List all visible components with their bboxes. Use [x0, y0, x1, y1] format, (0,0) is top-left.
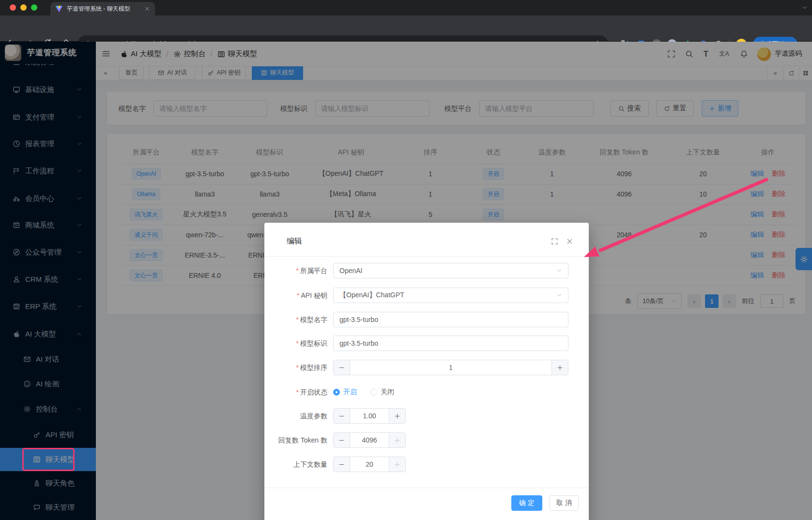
stepper-value[interactable]: 1.00	[350, 409, 389, 423]
required-asterisk: *	[296, 364, 299, 371]
browser-tab-strip: 芋道管理系统 - 聊天模型	[0, 0, 812, 15]
browser-tab[interactable]: 芋道管理系统 - 聊天模型	[50, 2, 155, 15]
minus-icon	[338, 437, 345, 444]
field-label: *模型标识	[264, 336, 333, 351]
cancel-button[interactable]: 取 消	[550, 495, 579, 511]
temperature-stepper: 1.00	[333, 408, 406, 424]
field-label: *开启状态	[264, 384, 333, 400]
radio-开启[interactable]: 开启	[333, 388, 357, 397]
browser-toolbar: 127.0.0.1/ai/console/chat-model 8 完成更新	[0, 15, 812, 42]
minus-icon	[338, 461, 345, 468]
increase-button[interactable]	[389, 409, 405, 423]
stepper-value[interactable]: 4096	[350, 433, 389, 447]
dialog-field-max-tokens: 回复数 Token 数4096	[264, 432, 579, 448]
window-menu-chevron-icon[interactable]	[802, 5, 808, 11]
dialog-fullscreen-icon[interactable]	[551, 238, 558, 245]
name-input[interactable]: gpt-3.5-turbo	[333, 312, 568, 327]
dialog-close-icon[interactable]	[566, 238, 573, 245]
field-label: *API 秘钥	[264, 288, 333, 303]
model-input[interactable]: gpt-3.5-turbo	[333, 336, 568, 351]
tab-title: 芋道管理系统 - 聊天模型	[67, 5, 140, 13]
dialog-footer-divider	[264, 488, 589, 488]
required-asterisk: *	[296, 316, 299, 323]
minus-icon	[338, 413, 345, 419]
field-label: *模型排序	[264, 360, 333, 375]
increase-button[interactable]	[389, 433, 405, 447]
increase-button[interactable]	[389, 457, 405, 472]
plus-icon	[394, 437, 400, 444]
plus-icon	[394, 413, 400, 419]
dialog-title: 编辑	[287, 236, 302, 246]
edit-dialog: 编辑 *所属平台OpenAI*API 秘钥【OpenAI】ChatGPT*模型名…	[264, 223, 589, 520]
decrease-button[interactable]	[334, 433, 350, 447]
field-value: OpenAI	[339, 267, 362, 275]
decrease-button[interactable]	[334, 457, 350, 472]
plus-icon	[394, 461, 400, 468]
stepper-value[interactable]: 20	[350, 457, 389, 472]
dialog-field-platform: *所属平台OpenAI	[264, 263, 579, 278]
platform-select[interactable]: OpenAI	[333, 263, 568, 278]
stepper-value[interactable]: 1	[350, 360, 552, 375]
dialog-field-status: *开启状态开启关闭	[264, 384, 579, 400]
increase-button[interactable]	[552, 360, 568, 375]
dialog-field-temperature: 温度参数1.00	[264, 408, 579, 424]
dialog-field-name: *模型名字gpt-3.5-turbo	[264, 312, 579, 327]
sort-stepper: 1	[333, 360, 568, 375]
field-value: gpt-3.5-turbo	[339, 339, 378, 347]
window-zoom-button[interactable]	[31, 4, 37, 11]
field-label: 温度参数	[264, 408, 333, 424]
window-close-button[interactable]	[10, 4, 16, 11]
dialog-field-api-key: *API 秘钥【OpenAI】ChatGPT	[264, 288, 579, 303]
dialog-field-sort: *模型排序1	[264, 360, 579, 375]
chevron-down-icon	[556, 292, 562, 298]
field-value: gpt-3.5-turbo	[339, 316, 378, 323]
decrease-button[interactable]	[334, 409, 350, 423]
required-asterisk: *	[296, 267, 299, 275]
tab-close-icon[interactable]	[144, 6, 150, 12]
radio-关闭[interactable]: 关闭	[370, 388, 394, 397]
field-label: 回复数 Token 数	[264, 432, 333, 448]
window-minimize-button[interactable]	[20, 4, 27, 11]
field-label: *所属平台	[264, 263, 333, 278]
required-asterisk: *	[297, 291, 299, 299]
max-tokens-stepper: 4096	[333, 432, 406, 448]
dialog-field-model: *模型标识gpt-3.5-turbo	[264, 336, 579, 351]
plus-icon	[557, 365, 563, 371]
favicon-vite	[55, 5, 63, 13]
required-asterisk: *	[296, 339, 299, 347]
chevron-down-icon	[556, 268, 562, 274]
radio-dot	[333, 389, 340, 396]
required-asterisk: *	[296, 388, 299, 396]
radio-label: 关闭	[381, 388, 394, 397]
decrease-button[interactable]	[334, 360, 350, 375]
dialog-field-max-contexts: 上下文数量20	[264, 457, 579, 472]
dialog-header-divider	[264, 256, 589, 257]
field-label: 上下文数量	[264, 457, 333, 472]
radio-label: 开启	[343, 388, 357, 397]
confirm-button[interactable]: 确 定	[511, 495, 542, 511]
field-value: 【OpenAI】ChatGPT	[339, 291, 404, 300]
radio-dot	[370, 389, 377, 396]
minus-icon	[338, 365, 345, 371]
max-contexts-stepper: 20	[333, 457, 406, 472]
field-label: *模型名字	[264, 312, 333, 327]
api-key-select[interactable]: 【OpenAI】ChatGPT	[333, 288, 568, 303]
